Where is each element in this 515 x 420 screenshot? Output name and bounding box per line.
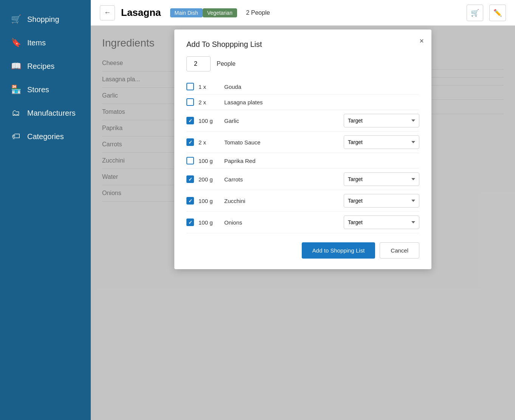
modal-ingredient-row: 200 gCarrotsTargetWalmartKrogerWhole Foo… [186, 169, 419, 190]
stores-icon: 🏪 [11, 85, 21, 95]
content-area: Ingredients CheeseLasagna pla...GarlicTo… [91, 26, 515, 420]
modal-title: Add To Shoppping List [186, 40, 419, 49]
sidebar-label-manufacturers: Manufacturers [27, 109, 76, 118]
cancel-button[interactable]: Cancel [380, 242, 419, 259]
qty-5: 200 g [199, 176, 220, 183]
sidebar-item-manufacturers[interactable]: 🗂Manufacturers [0, 101, 91, 125]
manufacturers-icon: 🗂 [11, 108, 21, 118]
qty-1: 2 x [199, 99, 220, 105]
checkbox-3[interactable] [186, 138, 194, 146]
items-icon: 🔖 [11, 38, 21, 48]
ing-name-6: Zucchini [224, 198, 339, 204]
ing-name-4: Paprika Red [224, 158, 419, 164]
people-label: People [217, 60, 236, 67]
modal-ingredient-row: 2 xTomato SauceTargetWalmartKrogerWhole … [186, 132, 419, 153]
modal-ingredient-row: 2 xLasagna plates [186, 95, 419, 110]
sidebar-item-shopping[interactable]: 🛒Shopping [0, 8, 91, 31]
ing-name-7: Onions [224, 219, 339, 226]
modal-ingredient-row: 100 gGarlicTargetWalmartKrogerWhole Food… [186, 110, 419, 132]
people-count: 2 People [246, 9, 270, 16]
qty-3: 2 x [199, 139, 220, 146]
store-select-2[interactable]: TargetWalmartKrogerWhole Foods [344, 114, 419, 127]
checkbox-6[interactable] [186, 197, 194, 205]
sidebar-label-recipes: Recipes [27, 62, 54, 71]
qty-7: 100 g [199, 219, 220, 226]
close-button[interactable]: × [419, 37, 424, 45]
sidebar-label-shopping: Shopping [27, 15, 59, 24]
categories-icon: 🏷 [11, 132, 21, 141]
recipe-title: Lasagna [121, 7, 161, 19]
store-select-7[interactable]: TargetWalmartKrogerWhole Foods [344, 215, 419, 229]
store-select-5[interactable]: TargetWalmartKrogerWhole Foods [344, 172, 419, 186]
qty-0: 1 x [199, 84, 220, 90]
checkbox-4[interactable] [186, 157, 194, 164]
header-tags: Main DishVegetarian [170, 9, 237, 16]
sidebar: 🛒Shopping🔖Items📖Recipes🏪Stores🗂Manufactu… [0, 0, 91, 420]
recipes-icon: 📖 [11, 61, 21, 71]
modal-ingredient-row: 100 gPaprika Red [186, 153, 419, 169]
checkbox-7[interactable] [186, 219, 194, 226]
store-select-6[interactable]: TargetWalmartKrogerWhole Foods [344, 194, 419, 208]
tag-vegetarian: Vegetarian [203, 8, 237, 17]
modal: Add To Shoppping List × People 1 xGouda2… [174, 29, 431, 269]
sidebar-item-stores[interactable]: 🏪Stores [0, 78, 91, 101]
header: ← Lasagna Main DishVegetarian 2 People 🛒… [91, 0, 515, 26]
modal-ingredient-row: 100 gOnionsTargetWalmartKrogerWhole Food… [186, 212, 419, 233]
qty-6: 100 g [199, 198, 220, 204]
modal-overlay: Add To Shoppping List × People 1 xGouda2… [91, 26, 515, 420]
qty-2: 100 g [199, 118, 220, 124]
cart-button[interactable]: 🛒 [467, 5, 483, 21]
ing-name-3: Tomato Sauce [224, 139, 339, 146]
shopping-icon: 🛒 [11, 14, 21, 24]
sidebar-label-stores: Stores [27, 85, 49, 94]
main-area: ← Lasagna Main DishVegetarian 2 People 🛒… [91, 0, 515, 420]
store-select-3[interactable]: TargetWalmartKrogerWhole Foods [344, 135, 419, 149]
modal-footer: Add to Shopping List Cancel [186, 242, 419, 259]
modal-ingredient-row: 100 gZucchiniTargetWalmartKrogerWhole Fo… [186, 190, 419, 212]
people-row: People [186, 56, 419, 71]
ing-name-5: Carrots [224, 176, 339, 183]
checkbox-1[interactable] [186, 98, 194, 106]
checkbox-2[interactable] [186, 117, 194, 124]
sidebar-item-recipes[interactable]: 📖Recipes [0, 54, 91, 78]
tag-maindish: Main Dish [170, 8, 203, 17]
sidebar-item-categories[interactable]: 🏷Categories [0, 125, 91, 148]
edit-button[interactable]: ✏️ [489, 5, 506, 21]
sidebar-label-categories: Categories [27, 132, 64, 141]
modal-ingredients-list: 1 xGouda2 xLasagna plates100 gGarlicTarg… [186, 79, 419, 233]
ing-name-0: Gouda [224, 84, 419, 90]
qty-4: 100 g [199, 158, 220, 164]
people-input[interactable] [186, 56, 211, 71]
ing-name-1: Lasagna plates [224, 99, 419, 105]
back-button[interactable]: ← [100, 5, 115, 20]
modal-ingredient-row: 1 xGouda [186, 79, 419, 95]
add-to-shopping-list-button[interactable]: Add to Shopping List [302, 242, 375, 259]
sidebar-item-items[interactable]: 🔖Items [0, 31, 91, 54]
checkbox-5[interactable] [186, 175, 194, 183]
sidebar-label-items: Items [27, 39, 46, 47]
ing-name-2: Garlic [224, 118, 339, 124]
checkbox-0[interactable] [186, 83, 194, 90]
